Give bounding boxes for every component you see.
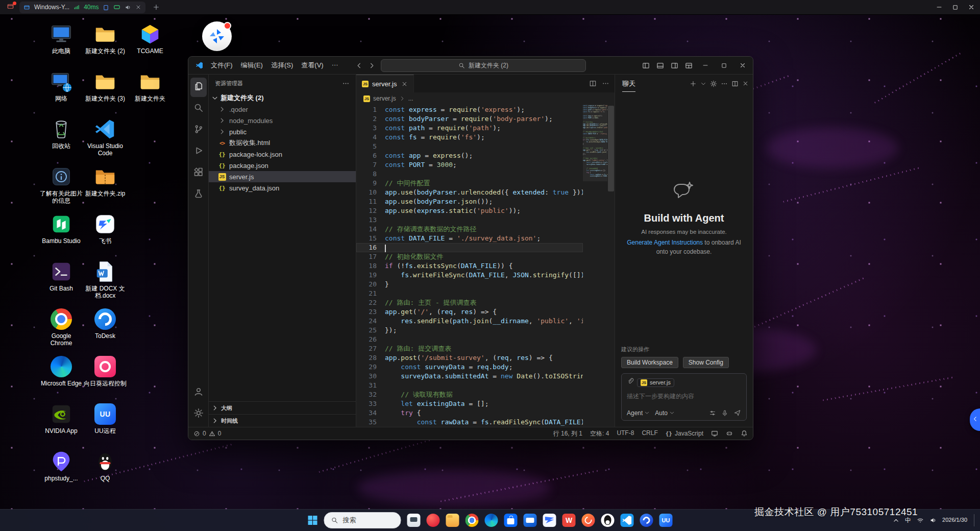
sidebar-section[interactable]: 时间线 [209,414,356,427]
explorer-item[interactable]: <>数据收集.html [209,137,356,149]
search-view-icon[interactable] [190,99,207,118]
vscode-maximize-button[interactable] [718,62,730,69]
sidebar-section[interactable]: 大纲 [209,401,356,414]
menu-item[interactable]: ··· [328,59,342,71]
code-line[interactable]: 21 [356,289,583,298]
taskbar-uu-icon[interactable]: UU [659,514,673,527]
scrollbar-thumb[interactable] [608,106,614,191]
taskbar-qqmusic-icon[interactable] [582,514,595,527]
taskbar-chrome-icon[interactable] [465,514,479,527]
problems-indicator[interactable]: 0 0 [193,430,221,437]
explorer-item[interactable]: {}survey_data.json [209,182,356,194]
volume-icon[interactable] [929,517,937,524]
code-line[interactable]: 22// 路由: 主页 - 提供调查表 [356,298,583,307]
quality-badge-icon[interactable] [113,4,120,11]
account-icon[interactable] [190,383,207,402]
code-line[interactable]: 35 const rawData = fs.readFileSync(DATA_… [356,418,583,427]
desktop-icon-phpstudy[interactable]: phpstudy_... [39,450,83,497]
code-line[interactable]: 20} [356,280,583,289]
desktop-icon-sunflower[interactable]: 向日葵远程控制 [83,355,127,402]
source-control-view-icon[interactable] [190,120,207,140]
menu-item[interactable]: 编辑(E) [237,59,267,71]
editor-more-icon[interactable] [602,80,609,87]
display-settings-icon[interactable] [103,4,109,11]
command-center-search[interactable]: 新建文件夹 (2) [381,59,586,72]
menu-item[interactable]: 文件(F) [207,59,237,71]
generate-instructions-link[interactable]: Generate Agent Instructions [627,239,703,246]
chevron-down-icon[interactable] [700,81,706,87]
code-line[interactable]: 19 fs.writeFileSync(DATA_FILE, JSON.stri… [356,271,583,280]
settings-gear-icon[interactable] [190,404,207,424]
taskbar-pc-icon[interactable] [407,514,421,527]
code-line[interactable]: 12app.use(express.static('public')); [356,206,583,215]
voice-input-icon[interactable] [721,409,728,417]
taskbar-todesk-icon[interactable] [640,514,653,527]
desktop-icon-nvidia[interactable]: NVIDIA App [39,402,83,450]
tools-icon[interactable] [709,409,716,417]
menu-item[interactable]: 查看(V) [297,59,327,71]
toggle-panel-icon[interactable] [656,62,664,69]
taskbar-vscode-icon[interactable] [621,514,634,527]
remote-session-tab[interactable]: Windows-Y... 40ms [19,2,145,13]
split-editor-icon[interactable] [589,80,597,87]
desktop-icon-docx[interactable]: 新建 DOCX 文档.docx [83,260,127,307]
new-tab-button[interactable] [153,4,160,11]
tab-server-js[interactable]: JS server.js [356,75,414,92]
code-line[interactable]: 31 [356,381,583,390]
code-line[interactable]: 3const path = require('path'); [356,124,583,133]
wifi-icon[interactable] [917,517,924,524]
agent-mode-dropdown[interactable]: Agent [627,409,650,417]
speaker-icon[interactable] [125,4,131,11]
explorer-item[interactable]: public [209,126,356,137]
code-line[interactable]: 5 [356,142,583,151]
code-line[interactable]: 18if (!fs.existsSync(DATA_FILE)) { [356,261,583,271]
language-mode[interactable]: {} JavaScript [666,430,703,437]
taskbar-store-icon[interactable] [504,514,518,527]
desktop-icon-todesk[interactable]: ToDesk [83,307,127,355]
code-line[interactable]: 9// 中间件配置 [356,179,583,188]
code-line[interactable]: 4const fs = require('fs'); [356,133,583,142]
window-minimize-button[interactable] [936,4,943,11]
explorer-root-folder[interactable]: 新建文件夹 (2) [209,92,356,104]
customize-layout-icon[interactable] [685,62,693,69]
model-picker-dropdown[interactable]: Auto [655,409,675,417]
remote-app-icon[interactable] [5,2,15,12]
code-line[interactable]: 25}); [356,326,583,335]
show-desktop-button[interactable] [974,514,976,526]
run-debug-view-icon[interactable] [190,142,207,161]
menu-item[interactable]: 选择(S) [267,59,297,71]
code-editor[interactable]: 1const express = require('express');2con… [356,105,615,427]
testing-view-icon[interactable] [190,185,207,204]
explorer-item[interactable]: .qoder [209,104,356,115]
desktop-icon-folder[interactable]: 新建文件夹 (2) [83,22,127,70]
code-line[interactable]: 10app.use(bodyParser.urlencoded({ extend… [356,188,583,197]
taskbar-music-icon[interactable] [427,514,440,527]
taskbar-edge-icon[interactable] [485,514,498,527]
code-line[interactable]: 29 const surveyData = req.body; [356,363,583,372]
code-line[interactable]: 15const DATA_FILE = './survey_data.json'… [356,234,583,243]
chat-input-placeholder[interactable]: 描述下一步要构建的内容 [627,392,741,401]
nav-forward-icon[interactable] [368,62,376,69]
chat-action-build-workspace[interactable]: Build Workspace [621,357,678,368]
toggle-secondary-sidebar-icon[interactable] [671,62,678,69]
code-line[interactable]: 16 [356,243,583,252]
taskbar-wps-icon[interactable]: W [562,514,576,527]
code-line[interactable]: 27// 路由: 提交调查表 [356,344,583,353]
chat-tab-title[interactable]: 聊天 [622,76,635,92]
desktop-icon-recycle[interactable]: 回收站 [39,117,83,165]
code-line[interactable]: 24 res.sendFile(path.join(__dirname, 'pu… [356,317,583,326]
attached-file-chip[interactable]: JS server.js [637,378,674,387]
taskbar-explorer-icon[interactable] [446,514,459,527]
desktop-icon-pc[interactable]: 此电脑 [39,22,83,70]
desktop-icon-folder[interactable]: 新建文件夹 (3) [83,70,127,117]
window-maximize-button[interactable] [952,4,959,11]
copilot-icon[interactable] [726,430,733,437]
explorer-more-icon[interactable] [342,80,350,87]
desktop-icon-zipfolder[interactable]: 新建文件夹.zip [83,165,127,212]
desktop-icon-vscode[interactable]: Visual Studio Code [83,117,127,165]
breadcrumb[interactable]: JS server.js ... [356,92,615,105]
code-line[interactable]: 14// 存储调查表数据的文件路径 [356,225,583,234]
desktop-icon-gitbash[interactable]: Git Bash [39,260,83,307]
code-line[interactable]: 34 try { [356,408,583,418]
desktop-icon-folder[interactable]: 新建文件夹 [128,70,172,117]
